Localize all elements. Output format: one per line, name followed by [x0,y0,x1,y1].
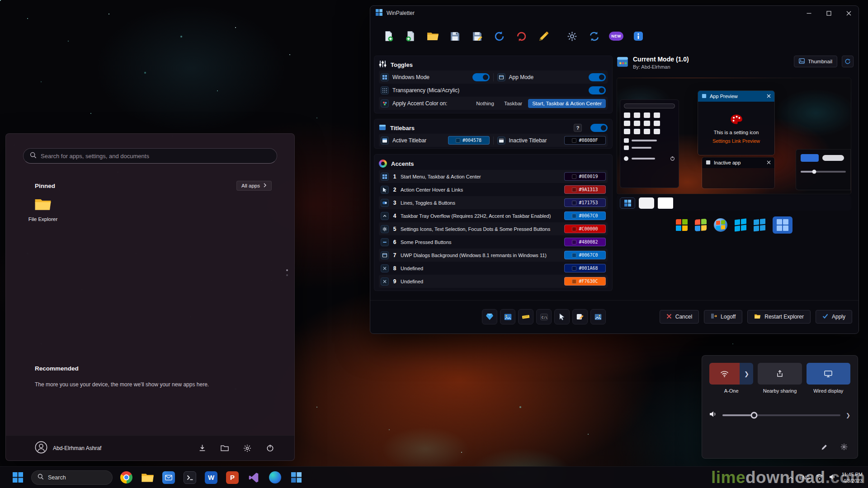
info-button[interactable] [629,27,647,46]
file-explorer-icon[interactable] [140,470,155,485]
preview-tab-plain[interactable] [658,197,673,209]
downloads-folder-button[interactable] [194,441,210,456]
windows-xp-logo[interactable] [695,219,707,231]
edit-quick-settings-button[interactable] [817,440,831,454]
all-apps-button[interactable]: All apps [236,181,272,191]
speaker-icon[interactable] [709,411,717,419]
photo-tool-icon[interactable] [590,309,606,324]
restart-explorer-button[interactable]: Restart Explorer [747,310,811,324]
accent-color-badge[interactable]: #001A68 [564,264,606,272]
save-as-button[interactable] [468,27,486,46]
accent-row-5[interactable]: 5 Settings Icons, Text Selection, Focus … [379,222,608,235]
reset-button[interactable] [512,27,530,46]
accent-option-nothing[interactable]: Nothing [472,99,498,108]
language-indicator[interactable]: ENG [799,475,810,480]
close-button[interactable] [839,6,859,20]
thumbnail-button[interactable]: Thumbnail [794,56,837,67]
ruler-tool-icon[interactable] [518,309,533,324]
windows-8-logo[interactable] [735,219,746,231]
preview-tab-colored[interactable] [620,197,635,209]
chrome-icon[interactable] [118,470,134,485]
gem-tool-icon[interactable] [482,309,497,324]
console-tool-icon[interactable]: C:\ [536,309,552,324]
settings-link-preview[interactable]: Settings Link Preview [712,138,760,144]
powerpoint-icon[interactable]: P [225,470,240,485]
accent-color-badge[interactable]: #0E0019 [564,172,606,181]
wifi-tray-icon[interactable] [816,474,823,482]
word-icon[interactable]: W [203,470,219,485]
window-titlebar[interactable]: WinPaletter [370,6,859,20]
wifi-expand-chevron[interactable]: ❯ [740,363,753,385]
apply-button[interactable]: Apply [816,310,852,324]
refresh-preview-button[interactable] [842,56,854,67]
audio-output-chevron[interactable]: ❯ [846,412,850,418]
power-button[interactable] [262,441,278,456]
new-theme-button[interactable] [379,27,397,46]
logoff-button[interactable]: Logoff [704,310,742,324]
windows-mode-toggle[interactable] [472,73,490,81]
cursor-tool-icon[interactable] [554,309,570,324]
accent-color-badge[interactable]: #171753 [564,198,606,207]
documents-folder-button[interactable] [217,441,233,456]
pinned-page-dots[interactable] [286,269,288,276]
cancel-button[interactable]: Cancel [660,310,699,324]
taskbar-search[interactable]: Search [31,470,113,485]
transparency-toggle[interactable] [589,86,606,94]
quick-settings-gear-button[interactable] [837,440,851,454]
accent-color-badge[interactable]: #0067C0 [564,211,606,220]
accent-color-badge[interactable]: #0067C0 [564,251,606,259]
inactive-titlebar-color-badge[interactable]: #08080F [564,136,606,145]
visual-studio-icon[interactable] [246,470,261,485]
accent-row-4[interactable]: 4 Taskbar Tray Overflow (Requires 22H2, … [379,209,608,222]
terminal-icon[interactable] [182,470,198,485]
user-profile-button[interactable]: Abd-Elrhman Ashraf [35,441,101,455]
whats-new-button[interactable]: NEW [607,27,625,46]
page-dot-active[interactable] [286,269,288,271]
wallpaper-tool-icon[interactable] [500,309,515,324]
accent-color-badge[interactable]: #480082 [564,238,606,246]
accent-row-6[interactable]: 6 Some Pressed Buttons #480082 [379,235,608,249]
accent-row-9[interactable]: 9 Undefined #F7630C [379,275,608,288]
import-theme-button[interactable] [401,27,420,46]
accent-option-taskbar[interactable]: Taskbar [500,99,526,108]
nearby-sharing-tile[interactable] [758,363,802,385]
edit-pencil-button[interactable] [534,27,552,46]
windows-classic-logo[interactable] [676,219,688,231]
wifi-tile[interactable]: ❯ [709,363,753,385]
volume-slider-thumb[interactable] [751,412,758,418]
volume-tray-icon[interactable] [829,474,836,482]
maximize-button[interactable] [819,6,839,20]
preview-tab-light[interactable] [639,197,654,209]
open-theme-button[interactable] [424,27,442,46]
start-search-box[interactable] [23,148,277,164]
volume-slider[interactable] [722,414,840,416]
titlebars-help-button[interactable]: ? [574,124,582,132]
accent-color-badge[interactable]: #F7630C [564,277,606,286]
settings-button[interactable] [239,441,255,456]
undo-button[interactable] [490,27,508,46]
edit-image-tool-icon[interactable] [572,309,588,324]
edge-icon[interactable] [267,470,283,485]
app-mode-toggle[interactable] [589,73,606,81]
settings-gear-button[interactable] [563,27,581,46]
active-titlebar-color-badge[interactable]: #004578 [448,136,490,145]
pinned-app-file-explorer[interactable]: File Explorer [21,197,65,222]
wifi-icon[interactable] [709,363,740,385]
check-updates-button[interactable] [585,27,603,46]
page-dot[interactable] [286,274,288,276]
accent-color-badge[interactable]: #C00000 [564,225,606,233]
start-search-input[interactable] [41,153,270,160]
titlebars-toggle[interactable] [590,124,608,132]
accent-color-badge[interactable]: #9A1313 [564,185,606,194]
hidden-icons-chevron[interactable] [788,474,793,482]
winpaletter-taskbar-icon[interactable] [288,470,304,485]
accent-row-8[interactable]: 8 Undefined #001A68 [379,262,608,275]
accent-row-2[interactable]: 2 Action Center Hover & Links #9A1313 [379,183,608,196]
save-button[interactable] [446,27,464,46]
wired-display-tile[interactable] [807,363,850,385]
clock[interactable]: 11:45 PM 4/3/2023 [842,471,863,484]
mail-icon[interactable] [161,470,176,485]
accent-row-1[interactable]: 1 Start Menu, Taskbar & Action Center #0… [379,170,608,183]
windows-10-logo[interactable] [754,219,765,231]
minimize-button[interactable] [799,6,819,20]
